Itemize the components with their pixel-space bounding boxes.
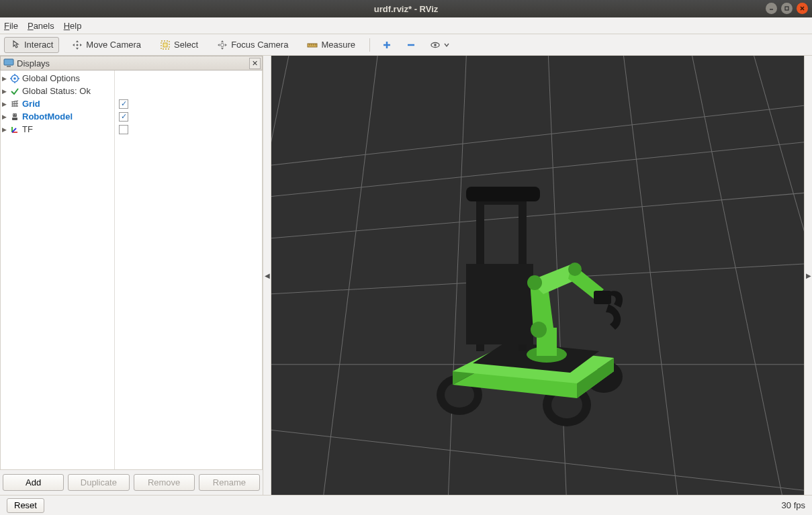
remove-button: Remove <box>134 474 195 491</box>
displays-panel-header[interactable]: Displays ✕ <box>0 56 263 71</box>
svg-point-29 <box>15 114 17 115</box>
tool-remove[interactable] <box>402 37 420 53</box>
robot-icon <box>10 112 19 122</box>
svg-point-4 <box>77 44 79 46</box>
expand-icon[interactable]: ▶ <box>2 88 7 95</box>
expand-icon[interactable]: ▶ <box>2 101 7 107</box>
move-camera-icon <box>72 40 83 50</box>
tree-item-tf[interactable]: ▶ TF <box>1 123 114 136</box>
grid-icon <box>10 99 19 109</box>
tool-add-2d-pose[interactable] <box>378 37 396 53</box>
reset-button[interactable]: Reset <box>7 498 44 513</box>
measure-icon <box>307 40 318 50</box>
menubar: File Panels Help <box>0 17 812 34</box>
plus-icon <box>381 40 392 50</box>
expand-icon[interactable]: ▶ <box>2 126 7 133</box>
tool-view-dropdown[interactable] <box>426 37 453 53</box>
svg-point-7 <box>221 43 224 46</box>
rename-button: Rename <box>199 474 260 491</box>
displays-panel-title: Displays <box>17 58 50 68</box>
tree-item-global-status[interactable]: ▶ Global Status: Ok <box>1 85 114 97</box>
displays-panel-close[interactable]: ✕ <box>249 58 261 69</box>
monitor-icon <box>3 58 14 68</box>
menu-file[interactable]: File <box>4 21 18 31</box>
svg-line-41 <box>318 56 379 495</box>
focus-camera-icon <box>217 40 228 50</box>
svg-rect-6 <box>163 43 167 47</box>
menu-help[interactable]: Help <box>64 21 82 31</box>
tree-item-global-options[interactable]: ▶ Global Options <box>1 72 114 85</box>
axes-icon <box>10 125 19 134</box>
gear-icon <box>10 74 19 83</box>
duplicate-button: Duplicate <box>68 474 129 491</box>
tool-focus-camera[interactable]: Focus Camera <box>211 37 294 53</box>
svg-rect-1 <box>785 7 788 10</box>
tool-move-camera[interactable]: Move Camera <box>66 37 147 53</box>
status-bar: Reset 30 fps <box>0 495 812 515</box>
tree-value-global-options <box>115 72 262 85</box>
minus-icon <box>406 40 416 50</box>
svg-line-46 <box>750 56 804 495</box>
svg-point-17 <box>434 44 437 46</box>
svg-rect-18 <box>4 59 13 65</box>
svg-line-40 <box>271 56 291 495</box>
svg-rect-27 <box>12 118 17 120</box>
eye-icon <box>430 40 441 50</box>
tree-item-robotmodel[interactable]: ▶ RobotModel <box>1 110 114 123</box>
robot-model <box>412 123 661 438</box>
fps-label: 30 fps <box>782 500 805 510</box>
3d-viewport[interactable] <box>271 56 804 495</box>
displays-panel-buttons: Add Duplicate Remove Rename <box>0 470 263 495</box>
menu-panels[interactable]: Panels <box>28 21 54 31</box>
tool-select[interactable]: Select <box>154 37 204 53</box>
grid-checkbox[interactable]: ✓ <box>119 99 128 109</box>
tree-value-robotmodel: ✓ <box>115 110 262 123</box>
tf-checkbox[interactable] <box>119 125 128 134</box>
minimize-button[interactable] <box>766 3 777 14</box>
robotmodel-checkbox[interactable]: ✓ <box>119 112 128 122</box>
check-icon <box>10 87 19 96</box>
expand-icon[interactable]: ▶ <box>2 113 7 120</box>
window-title: urdf.rviz* - RViz <box>374 4 439 14</box>
svg-point-68 <box>531 322 547 338</box>
viewport-wrap: ◀ <box>263 56 812 495</box>
displays-panel: Displays ✕ ▶ Global Options ▶ Global Sta… <box>0 56 263 495</box>
chevron-down-icon <box>444 42 449 48</box>
window-titlebar: urdf.rviz* - RViz <box>0 0 812 17</box>
svg-rect-19 <box>7 66 11 67</box>
svg-rect-61 <box>466 264 533 344</box>
interact-icon <box>10 40 21 50</box>
displays-tree-values: ✓ ✓ <box>115 71 262 469</box>
displays-tree: ▶ Global Options ▶ Global Status: Ok ▶ G… <box>0 71 263 470</box>
tree-value-global-status <box>115 85 262 97</box>
collapse-left-handle[interactable]: ◀ <box>263 56 271 495</box>
toolbar: Interact Move Camera Select Focus Camera… <box>0 34 812 56</box>
select-icon <box>160 40 171 50</box>
svg-point-69 <box>527 275 542 290</box>
main-area: Displays ✕ ▶ Global Options ▶ Global Sta… <box>0 56 812 495</box>
tool-interact[interactable]: Interact <box>4 37 59 53</box>
toolbar-separator <box>369 38 370 52</box>
svg-rect-62 <box>466 187 540 201</box>
window-controls <box>766 3 808 14</box>
maximize-button[interactable] <box>781 3 793 14</box>
collapse-right-handle[interactable]: ▶ <box>804 56 812 495</box>
svg-point-28 <box>13 114 15 115</box>
tree-value-grid: ✓ <box>115 97 262 110</box>
tree-item-grid[interactable]: ▶ Grid <box>1 97 114 110</box>
tree-value-tf <box>115 123 262 136</box>
svg-line-45 <box>689 56 791 495</box>
displays-tree-names: ▶ Global Options ▶ Global Status: Ok ▶ G… <box>1 71 115 469</box>
svg-point-70 <box>568 263 582 276</box>
add-button[interactable]: Add <box>3 474 64 491</box>
close-button[interactable] <box>797 3 808 14</box>
tool-measure[interactable]: Measure <box>301 37 361 53</box>
svg-point-21 <box>13 77 16 80</box>
expand-icon[interactable]: ▶ <box>2 75 7 82</box>
